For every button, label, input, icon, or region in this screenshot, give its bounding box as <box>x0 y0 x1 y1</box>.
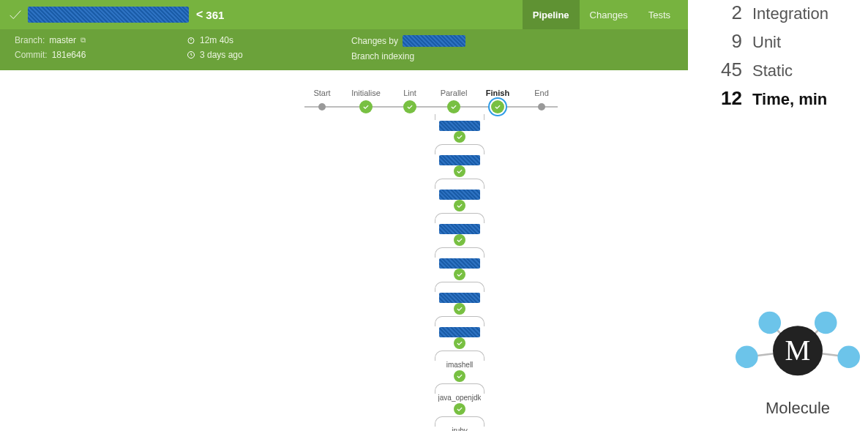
stat-label: Static <box>752 61 793 80</box>
stage-lint-node <box>403 100 416 113</box>
parallel-step[interactable]: java_openjdk <box>435 383 484 416</box>
stat-row: 2Integration <box>710 1 864 24</box>
stage-finish-node <box>491 100 504 113</box>
parallel-step-label-redacted <box>439 258 480 269</box>
branch-connector <box>435 114 484 120</box>
check-icon <box>456 372 463 380</box>
tab-changes[interactable]: Changes <box>580 0 638 29</box>
parallel-step-label-redacted <box>439 224 480 234</box>
header-top-bar: < 361 Pipeline Changes Tests <box>0 0 688 29</box>
check-icon <box>456 202 463 209</box>
age-row: 3 days ago <box>187 50 351 60</box>
parallel-branches-column: imashelljava_openjdkjruby <box>435 114 484 431</box>
stage-finish-label: Finish <box>486 89 509 97</box>
branch-connector <box>435 144 484 154</box>
stage-start[interactable]: Start <box>300 89 344 113</box>
stage-parallel-node <box>447 100 460 113</box>
parallel-step[interactable] <box>435 144 484 179</box>
check-icon <box>456 133 463 140</box>
parallel-step-label-redacted <box>439 293 480 303</box>
stage-end-node <box>538 103 545 110</box>
stage-initialise-node <box>359 100 373 113</box>
parallel-step-label-redacted <box>439 121 480 131</box>
parallel-step-label: jruby <box>452 427 468 431</box>
tab-tests[interactable]: Tests <box>638 0 681 29</box>
molecule-icon: M <box>736 296 860 399</box>
svg-point-8 <box>815 312 837 334</box>
branch-connector <box>435 383 484 394</box>
svg-text:M: M <box>785 334 811 366</box>
check-icon <box>456 236 463 244</box>
stat-row: 45Static <box>710 59 864 81</box>
branch-indexing-row: Branch indexing <box>351 51 673 61</box>
parallel-step-node <box>454 269 465 280</box>
branch-connector <box>435 179 484 189</box>
job-name-redacted <box>28 7 189 23</box>
stat-label: Unit <box>752 33 781 52</box>
parallel-step[interactable] <box>435 213 484 247</box>
check-icon <box>456 405 463 413</box>
stage-end-label: End <box>534 89 549 97</box>
parallel-step[interactable]: jruby <box>435 416 484 431</box>
commit-row: Commit: 181e646 <box>15 50 187 60</box>
stage-start-label: Start <box>313 89 330 97</box>
stage-initialise[interactable]: Initialise <box>344 89 388 113</box>
branch-row: Branch: master ⧉ <box>15 35 187 45</box>
parallel-step-node <box>454 165 465 177</box>
parallel-step[interactable]: imashell <box>435 351 484 383</box>
check-icon <box>456 305 463 312</box>
stages-row: Start Initialise Lint Parallel Finish En… <box>300 89 564 113</box>
molecule-logo: M Molecule <box>732 296 864 418</box>
pipeline-pane: < 361 Pipeline Changes Tests Branch: mas… <box>0 0 688 431</box>
parallel-step[interactable] <box>435 179 484 213</box>
parallel-step-label-redacted <box>439 190 480 200</box>
stage-finish[interactable]: Finish <box>476 89 520 113</box>
check-icon <box>494 103 501 110</box>
parallel-step-node <box>454 370 465 382</box>
stage-end[interactable]: End <box>520 89 564 113</box>
stage-parallel-label: Parallel <box>441 89 468 97</box>
parallel-step[interactable] <box>435 316 484 351</box>
stat-number: 45 <box>710 59 742 81</box>
stage-lint-label: Lint <box>403 89 416 97</box>
chevron-left-icon[interactable]: < <box>196 8 203 21</box>
stat-row: 12Time, min <box>710 87 864 110</box>
svg-point-7 <box>758 312 781 334</box>
changes-by-row: Changes by <box>351 35 673 47</box>
stopwatch-icon <box>187 36 195 45</box>
parallel-step[interactable] <box>435 114 484 144</box>
parallel-step[interactable] <box>435 282 484 316</box>
status-check-icon <box>7 7 23 23</box>
duration-row: 12m 40s <box>187 35 351 45</box>
build-number[interactable]: 361 <box>206 9 224 21</box>
duration-value: 12m 40s <box>200 35 233 45</box>
stage-lint[interactable]: Lint <box>388 89 432 113</box>
parallel-step-node <box>454 234 465 246</box>
branch-value[interactable]: master <box>49 35 76 45</box>
header-tabs: Pipeline Changes Tests <box>523 0 681 29</box>
stat-number: 9 <box>710 30 742 53</box>
check-icon <box>456 340 463 347</box>
branch-connector <box>435 247 484 258</box>
tab-pipeline[interactable]: Pipeline <box>523 0 580 29</box>
parallel-step[interactable] <box>435 247 484 282</box>
stats-panel: 2Integration9Unit45Static12Time, min <box>710 1 864 116</box>
parallel-step-node <box>454 403 465 415</box>
stage-initialise-label: Initialise <box>351 89 381 97</box>
check-icon <box>456 271 463 278</box>
branch-connector <box>435 316 484 326</box>
external-link-icon[interactable]: ⧉ <box>81 36 86 45</box>
check-icon <box>406 103 414 110</box>
stat-number: 2 <box>710 1 742 24</box>
clock-icon <box>187 50 195 59</box>
pipeline-connector-line <box>304 106 558 108</box>
parallel-step-label: imashell <box>446 361 474 371</box>
branch-connector <box>435 416 484 427</box>
stage-parallel[interactable]: Parallel <box>432 89 476 113</box>
age-value: 3 days ago <box>200 50 243 60</box>
branch-connector <box>435 282 484 292</box>
parallel-step-node <box>454 200 465 211</box>
branch-label: Branch: <box>15 35 45 45</box>
stat-number: 12 <box>710 87 742 110</box>
commit-value[interactable]: 181e646 <box>52 50 86 60</box>
